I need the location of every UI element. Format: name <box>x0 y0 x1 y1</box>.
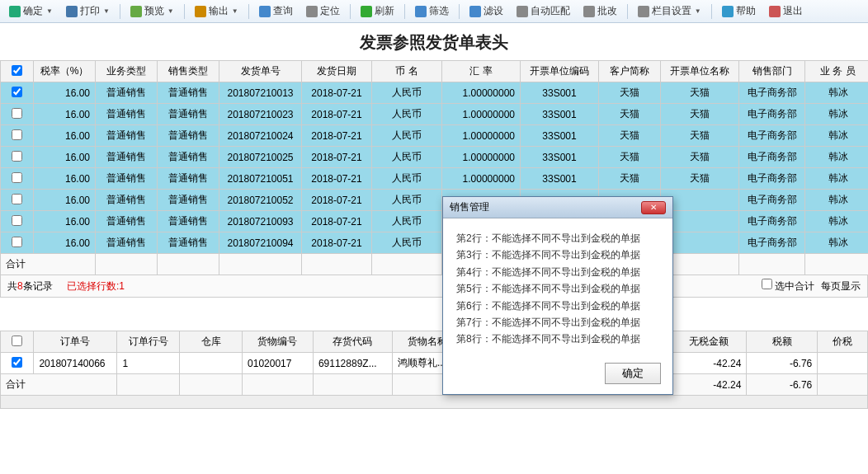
table-row[interactable]: 16.00普通销售普通销售2018072100512018-07-21人民币1.… <box>1 168 869 190</box>
cell: 普通销售 <box>158 211 219 232</box>
toolbar-label: 筛选 <box>429 4 449 18</box>
打印-button[interactable]: 打印▼ <box>61 2 115 20</box>
输出-button[interactable]: 输出▼ <box>190 2 243 20</box>
cell: 韩冰 <box>805 168 869 190</box>
row-checkbox[interactable] <box>12 87 22 97</box>
separator <box>184 4 185 19</box>
column-header[interactable]: 发货单号 <box>219 61 302 82</box>
sum-row: 合计 <box>1 254 869 275</box>
column-header[interactable]: 货物编号 <box>243 331 314 353</box>
cell: 33S001 <box>521 82 599 104</box>
sum-checkbox-label[interactable]: 选中合计 <box>762 279 814 293</box>
刷新-button[interactable]: 刷新 <box>356 2 399 20</box>
栏目设置-button[interactable]: 栏目设置▼ <box>633 2 706 20</box>
detail-grid: 订单号订单行号仓库货物编号存货代码货物名称量无税金额税额价税2018071400… <box>0 331 868 396</box>
row-checkbox[interactable] <box>12 172 22 183</box>
column-header[interactable]: 开票单位编码 <box>521 61 599 82</box>
table-row[interactable]: 16.00普通销售普通销售2018072100522018-07-21人民币电子… <box>1 190 869 211</box>
check-icon <box>9 6 21 17</box>
column-header[interactable]: 仓库 <box>180 331 243 353</box>
gap <box>0 298 868 331</box>
refresh-icon <box>361 6 372 17</box>
row-checkbox[interactable] <box>12 194 22 204</box>
table-row[interactable]: 16.00普通销售普通销售2018072100242018-07-21人民币1.… <box>1 125 869 147</box>
row-checkbox[interactable] <box>12 237 22 247</box>
column-header[interactable]: 订单行号 <box>117 331 180 353</box>
row-checkbox[interactable] <box>12 151 22 162</box>
select-all-checkbox[interactable] <box>12 65 22 76</box>
cell: 1.00000000 <box>442 147 521 168</box>
table-row[interactable]: 16.00普通销售普通销售2018072100132018-07-21人民币1.… <box>1 82 869 104</box>
预览-button[interactable]: 预览▼ <box>125 2 179 20</box>
退出-button[interactable]: 退出 <box>764 2 808 20</box>
table-row[interactable]: 16.00普通销售普通销售2018072100942018-07-21人民币电子… <box>1 232 869 254</box>
cell: 16.00 <box>34 125 96 147</box>
column-header[interactable]: 开票单位名称 <box>661 61 739 82</box>
cell: 201807210093 <box>219 211 302 232</box>
column-header[interactable]: 客户简称 <box>599 61 661 82</box>
main-grid-wrap: 税率（%）业务类型销售类型发货单号发货日期币 名汇 率开票单位编码客户简称开票单… <box>0 60 868 275</box>
批改-button[interactable]: 批改 <box>578 2 622 20</box>
dialog-line: 第6行：不能选择不同不导出到金税的单据 <box>456 298 659 314</box>
column-header[interactable]: 销售类型 <box>158 61 219 82</box>
column-header[interactable]: 价税 <box>818 331 868 353</box>
定位-button[interactable]: 定位 <box>301 2 345 20</box>
column-header[interactable]: 业 务 员 <box>805 61 869 82</box>
column-header[interactable]: 币 名 <box>372 61 442 82</box>
column-header[interactable]: 业务类型 <box>96 61 158 82</box>
cell: 电子商务部 <box>739 82 805 104</box>
dialog-titlebar[interactable]: 销售管理 ✕ <box>443 197 672 218</box>
column-header[interactable]: 存货代码 <box>313 331 392 353</box>
cell: 人民币 <box>372 190 442 211</box>
exit-icon <box>769 6 781 17</box>
滤设-button[interactable]: 滤设 <box>465 2 508 20</box>
chevron-down-icon: ▼ <box>695 7 701 15</box>
toolbar-label: 批改 <box>597 4 617 18</box>
toolbar-label: 预览 <box>144 4 164 18</box>
table-row[interactable]: 20180714006610102001769112889Z...鸿顺尊礼...… <box>1 353 868 374</box>
cell: 2018-07-21 <box>302 104 372 125</box>
cell: 普通销售 <box>96 104 158 125</box>
sum-checkbox-text: 选中合计 <box>775 280 814 292</box>
table-row[interactable]: 16.00普通销售普通销售2018072100232018-07-21人民币1.… <box>1 104 869 125</box>
cell: 1 <box>117 353 180 374</box>
close-icon[interactable]: ✕ <box>641 201 666 214</box>
column-header[interactable]: 发货日期 <box>302 61 372 82</box>
筛选-button[interactable]: 筛选 <box>410 2 454 20</box>
cell: 普通销售 <box>158 232 219 254</box>
查询-button[interactable]: 查询 <box>254 2 298 20</box>
帮助-button[interactable]: 帮助 <box>717 2 761 20</box>
cell: 33S001 <box>521 104 599 125</box>
cell <box>818 353 868 374</box>
cell: 201807210094 <box>219 232 302 254</box>
sum-checkbox[interactable] <box>762 279 772 289</box>
row-checkbox[interactable] <box>12 357 22 368</box>
toolbar-label: 定位 <box>320 4 340 18</box>
cell: 普通销售 <box>158 82 219 104</box>
total-count: 8 <box>17 280 23 292</box>
column-header[interactable]: 汇 率 <box>442 61 521 82</box>
自动匹配-button[interactable]: 自动匹配 <box>512 2 575 20</box>
column-header[interactable]: 无税金额 <box>672 331 747 353</box>
确定-button[interactable]: 确定▼ <box>4 2 58 20</box>
column-header[interactable]: 税额 <box>747 331 818 353</box>
column-header[interactable]: 订单号 <box>34 331 117 353</box>
column-header[interactable]: 销售部门 <box>739 61 805 82</box>
select-all-checkbox[interactable] <box>12 336 22 346</box>
column-header[interactable]: 税率（%） <box>34 61 96 82</box>
cell: 普通销售 <box>158 104 219 125</box>
sum-row: 合计-42.24-6.76 <box>1 374 868 396</box>
row-checkbox[interactable] <box>12 108 22 119</box>
detail-hscroll[interactable] <box>0 396 868 409</box>
table-row[interactable]: 16.00普通销售普通销售2018072100252018-07-21人民币1.… <box>1 147 869 168</box>
cell: 2018-07-21 <box>302 147 372 168</box>
toolbar-label: 栏目设置 <box>652 4 691 18</box>
total-suffix: 条记录 <box>23 280 53 292</box>
cell: 201807210025 <box>219 147 302 168</box>
table-row[interactable]: 16.00普通销售普通销售2018072100932018-07-21人民币电子… <box>1 211 869 232</box>
row-checkbox[interactable] <box>12 129 22 140</box>
ok-button[interactable]: 确定 <box>605 363 661 384</box>
dialog-body: 第2行：不能选择不同不导出到金税的单据第3行：不能选择不同不导出到金税的单据第4… <box>443 218 672 356</box>
batch-icon <box>583 6 595 17</box>
row-checkbox[interactable] <box>12 215 22 226</box>
